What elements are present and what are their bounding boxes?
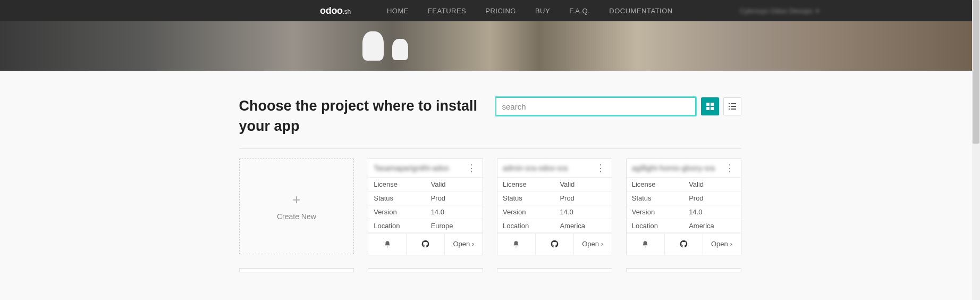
chevron-right-icon: › bbox=[472, 240, 474, 248]
license-value: Valid bbox=[426, 178, 483, 191]
page-title: Choose the project where to install your… bbox=[239, 96, 484, 137]
svg-rect-2 bbox=[706, 107, 709, 110]
nav-user-menu[interactable]: Cybrosys Odoo Devops ▾ bbox=[740, 7, 820, 15]
row-label-license: License bbox=[627, 178, 683, 191]
nav-buy[interactable]: BUY bbox=[535, 7, 550, 15]
svg-rect-4 bbox=[729, 103, 730, 104]
row-label-status: Status bbox=[368, 191, 425, 205]
hero-banner bbox=[0, 21, 980, 71]
location-value: Europe bbox=[426, 219, 483, 232]
row-label-status: Status bbox=[627, 191, 683, 205]
grid-icon bbox=[706, 103, 714, 110]
nav-documentation[interactable]: DOCUMENTATION bbox=[609, 7, 672, 15]
project-name[interactable]: admin-sra-odoo-sra bbox=[503, 164, 568, 172]
plus-icon: + bbox=[292, 191, 300, 208]
status-value: Prod bbox=[426, 191, 483, 205]
svg-rect-8 bbox=[729, 109, 730, 110]
project-card-partial bbox=[239, 268, 354, 272]
svg-rect-1 bbox=[711, 103, 714, 106]
project-card: agillight-homis-gloory-sra ⋮ LicenseVali… bbox=[626, 159, 741, 255]
notifications-button[interactable] bbox=[368, 234, 407, 255]
row-label-location: Location bbox=[368, 219, 425, 232]
row-label-license: License bbox=[497, 178, 554, 191]
project-card-partial bbox=[368, 268, 483, 272]
notifications-button[interactable] bbox=[627, 234, 665, 255]
svg-rect-7 bbox=[731, 106, 736, 107]
location-value: America bbox=[683, 219, 740, 232]
chevron-down-icon: ▾ bbox=[816, 7, 820, 15]
svg-rect-9 bbox=[731, 109, 736, 110]
version-value: 14.0 bbox=[554, 205, 611, 219]
status-value: Prod bbox=[683, 191, 740, 205]
bell-icon bbox=[641, 240, 649, 248]
top-nav: odoo.sh HOME FEATURES PRICING BUY F.A.Q.… bbox=[0, 0, 980, 21]
scrollbar-thumb[interactable] bbox=[973, 0, 979, 144]
project-card-partial bbox=[497, 268, 612, 272]
scrollbar[interactable] bbox=[972, 0, 980, 272]
create-new-card[interactable]: + Create New bbox=[239, 159, 354, 254]
nav-faq[interactable]: F.A.Q. bbox=[569, 7, 590, 15]
project-card-partial bbox=[626, 268, 741, 272]
row-label-location: Location bbox=[627, 219, 683, 232]
status-value: Prod bbox=[554, 191, 611, 205]
project-name[interactable]: agillight-homis-gloory-sra bbox=[632, 164, 715, 172]
bell-icon bbox=[512, 240, 520, 248]
svg-rect-3 bbox=[711, 107, 714, 110]
license-value: Valid bbox=[554, 178, 611, 191]
row-label-license: License bbox=[368, 178, 425, 191]
svg-rect-6 bbox=[729, 106, 730, 107]
more-menu-icon[interactable]: ⋮ bbox=[466, 163, 477, 173]
nav-features[interactable]: FEATURES bbox=[428, 7, 466, 15]
more-menu-icon[interactable]: ⋮ bbox=[595, 163, 606, 173]
create-new-label: Create New bbox=[277, 212, 316, 221]
notifications-button[interactable] bbox=[497, 234, 536, 255]
location-value: America bbox=[554, 219, 611, 232]
list-view-button[interactable] bbox=[723, 97, 741, 115]
github-button[interactable] bbox=[407, 234, 445, 255]
nav-home[interactable]: HOME bbox=[387, 7, 409, 15]
row-label-version: Version bbox=[627, 205, 683, 219]
project-card: Tasamaparignithi-adoo ⋮ LicenseValid Sta… bbox=[368, 159, 483, 255]
chevron-right-icon: › bbox=[730, 240, 732, 248]
row-label-status: Status bbox=[497, 191, 554, 205]
grid-view-button[interactable] bbox=[701, 97, 719, 115]
row-label-version: Version bbox=[497, 205, 554, 219]
logo-main: odoo bbox=[320, 5, 343, 16]
github-button[interactable] bbox=[536, 234, 574, 255]
divider bbox=[239, 148, 741, 149]
chevron-right-icon: › bbox=[601, 240, 603, 248]
row-label-location: Location bbox=[497, 219, 554, 232]
logo[interactable]: odoo.sh bbox=[320, 5, 351, 16]
open-button[interactable]: Open› bbox=[445, 234, 483, 255]
nav-pricing[interactable]: PRICING bbox=[485, 7, 516, 15]
project-name[interactable]: Tasamaparignithi-adoo bbox=[374, 164, 449, 172]
more-menu-icon[interactable]: ⋮ bbox=[724, 163, 736, 173]
github-icon bbox=[421, 240, 429, 248]
github-button[interactable] bbox=[665, 234, 703, 255]
nav-user-name: Cybrosys Odoo Devops bbox=[740, 7, 813, 15]
bell-icon bbox=[384, 240, 391, 248]
svg-rect-0 bbox=[706, 103, 709, 106]
list-icon bbox=[729, 103, 736, 110]
search-input[interactable] bbox=[495, 96, 697, 116]
version-value: 14.0 bbox=[426, 205, 483, 219]
open-button[interactable]: Open› bbox=[574, 234, 612, 255]
github-icon bbox=[680, 240, 688, 248]
logo-suffix: .sh bbox=[343, 8, 351, 15]
github-icon bbox=[551, 240, 559, 248]
project-card: admin-sra-odoo-sra ⋮ LicenseValid Status… bbox=[497, 159, 612, 255]
license-value: Valid bbox=[683, 178, 740, 191]
row-label-version: Version bbox=[368, 205, 425, 219]
version-value: 14.0 bbox=[683, 205, 740, 219]
svg-rect-5 bbox=[731, 103, 736, 104]
open-button[interactable]: Open› bbox=[703, 234, 741, 255]
